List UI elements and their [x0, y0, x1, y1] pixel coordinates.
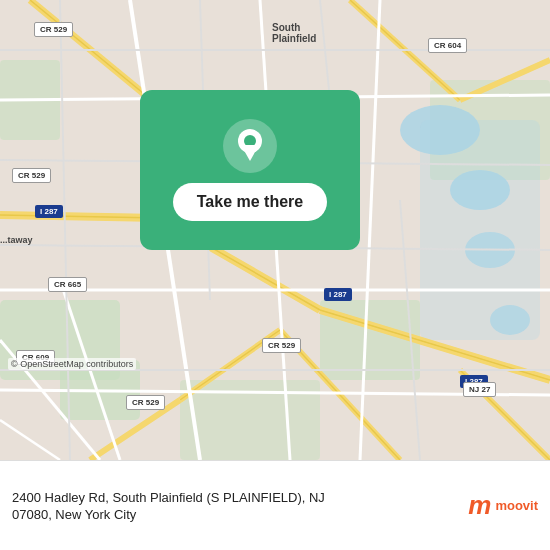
moovit-logo: m moovit	[468, 490, 538, 521]
i287-shield-3: I 287	[324, 288, 352, 301]
piscataway-label: ...taway	[0, 235, 33, 245]
take-me-there-button[interactable]: Take me there	[173, 183, 327, 221]
location-pin-icon	[223, 119, 277, 173]
cr529-shield-2: CR 529	[12, 168, 51, 183]
cr529-shield-3: CR 529	[262, 338, 301, 353]
bottom-bar: 2400 Hadley Rd, South Plainfield (S PLAI…	[0, 460, 550, 550]
map-attribution: © OpenStreetMap contributors	[8, 358, 136, 370]
nj27-shield: NJ 27	[463, 382, 496, 397]
address-line2: 07080, New York City	[12, 507, 458, 522]
moovit-m-letter: m	[468, 490, 491, 521]
south-plainfield-label: SouthPlainfield	[272, 22, 316, 44]
action-card[interactable]: Take me there	[140, 90, 360, 250]
i287-shield-1: I 287	[35, 205, 63, 218]
cr665-shield: CR 665	[48, 277, 87, 292]
cr529-shield-1: CR 529	[34, 22, 73, 37]
map-container: SouthPlainfield ...taway CR 529 CR 529 C…	[0, 0, 550, 460]
cr604-shield: CR 604	[428, 38, 467, 53]
cr529-shield-4: CR 529	[126, 395, 165, 410]
address-block: 2400 Hadley Rd, South Plainfield (S PLAI…	[12, 489, 458, 522]
moovit-logo-text: moovit	[495, 498, 538, 513]
address-line1: 2400 Hadley Rd, South Plainfield (S PLAI…	[12, 489, 458, 507]
svg-rect-11	[420, 120, 540, 340]
